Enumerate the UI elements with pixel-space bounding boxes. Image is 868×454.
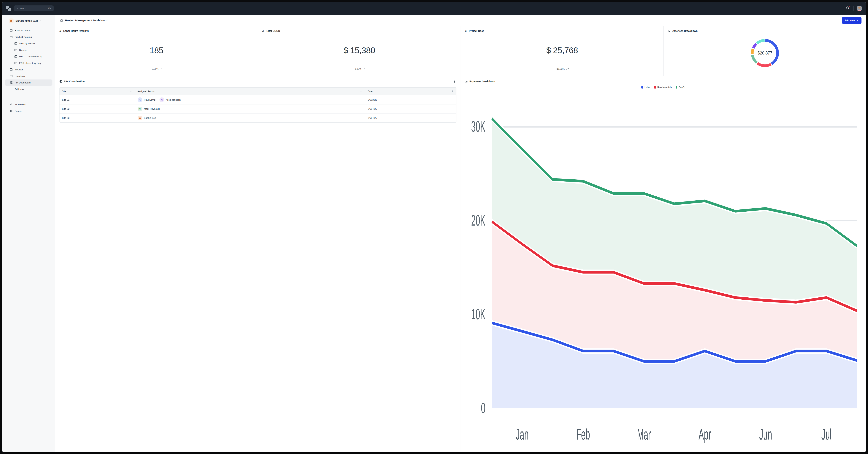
table-icon	[10, 29, 13, 32]
kpi-trend: +6.00%	[59, 67, 254, 70]
hash-icon: #	[262, 29, 265, 33]
table-row[interactable]: Site 02 MRMark Reynolds 04/04/25	[60, 104, 289, 113]
trend-up-icon	[160, 67, 162, 70]
sidebar-item-mfct-inventory-log[interactable]: MFCT - Inventory Log	[5, 53, 53, 60]
table-icon	[14, 49, 17, 51]
table-icon	[14, 42, 17, 45]
avatar: SL	[137, 116, 142, 120]
column-header-assigned-person: Assigned Person	[135, 88, 289, 95]
sidebar: D Dunder Mifflin East Sales Accounts Pro…	[2, 15, 55, 151]
app-window: Search... ⌘K D Dunder Mifflin East	[2, 2, 289, 151]
sidebar-item-sales-accounts[interactable]: Sales Accounts	[5, 27, 53, 33]
sidebar-item-product-catalog[interactable]: Product Catalog	[5, 34, 53, 40]
card-menu-button[interactable]	[250, 29, 254, 33]
sidebar-item-locations[interactable]: Locations	[5, 73, 53, 79]
table-icon	[14, 55, 17, 58]
chevron-down-icon	[40, 20, 42, 22]
sidebar-item-blends[interactable]: Blends	[5, 47, 53, 53]
kpi-card-labor-hours: # Labor Hours (weekly) 185 +6.00%	[55, 26, 258, 76]
layout-icon	[59, 80, 62, 83]
sidebar-item-sku-by-vendor[interactable]: SKU by Vendor	[5, 40, 53, 47]
kpi-value: 185	[59, 33, 254, 67]
kpi-value: $ 15,380	[262, 33, 289, 67]
app-logo-icon[interactable]	[6, 6, 11, 11]
workspace-name: Dunder Mifflin East	[16, 20, 38, 22]
zap-icon	[10, 103, 13, 106]
table-icon	[10, 35, 13, 38]
kpi-trend: +8.00%	[262, 67, 289, 70]
table-icon	[10, 68, 13, 71]
sidebar-item-workflows[interactable]: Workflows	[5, 102, 53, 108]
search-icon	[16, 7, 18, 10]
avatar: AJ	[159, 97, 164, 102]
form-icon	[10, 110, 13, 112]
table-row[interactable]: Site 03 SLSophia Lee 04/04/25	[60, 113, 289, 122]
main-header: Project Management Dashboard Add new	[55, 15, 289, 26]
avatar: PD	[137, 97, 142, 102]
sidebar-item-add-new[interactable]: Add new	[5, 86, 53, 92]
dashboard-icon	[10, 81, 13, 84]
sort-button[interactable]	[130, 90, 132, 92]
search-input[interactable]: Search... ⌘K	[13, 5, 54, 11]
plus-icon	[10, 88, 13, 90]
arrow-down-icon	[130, 90, 132, 92]
table-row[interactable]: Site 01 PDPaul David AJAlice Johnson 04/…	[60, 95, 289, 104]
sidebar-divider	[2, 96, 55, 96]
kpi-card-total-cogs: # Total COGS $ 15,380 +8.00%	[258, 26, 289, 76]
search-shortcut: ⌘K	[48, 7, 52, 10]
person-chip: PDPaul David	[137, 97, 156, 102]
search-placeholder: Search...	[20, 7, 29, 10]
sidebar-item-invoices[interactable]: Invoices	[5, 66, 53, 73]
dashboard-icon	[60, 19, 63, 22]
avatar: MR	[137, 107, 142, 111]
workspace-badge: D	[9, 19, 13, 23]
sidebar-item-forms[interactable]: Forms	[5, 108, 53, 114]
site-coordination-card: Site Coordination Site Assigned Person	[55, 76, 289, 151]
person-chip: AJAlice Johnson	[159, 97, 181, 102]
sidebar-item-ecr-inventory-log[interactable]: ECR - Inventory Log	[5, 60, 53, 66]
topbar: Search... ⌘K	[2, 2, 289, 15]
sidebar-item-pm-dashboard[interactable]: PM Dashboard	[5, 80, 53, 86]
person-chip: MRMark Reynolds	[137, 107, 160, 111]
table-icon	[14, 61, 17, 64]
hash-icon: #	[59, 29, 62, 33]
site-coordination-table: Site Assigned Person Date Site 01	[59, 87, 289, 122]
page-title: Project Management Dashboard	[65, 19, 107, 22]
table-icon	[10, 75, 13, 78]
person-chip: SLSophia Lee	[137, 116, 156, 120]
workspace-switcher[interactable]: D Dunder Mifflin East	[4, 18, 53, 24]
column-header-site: Site	[60, 88, 135, 95]
kebab-icon	[251, 30, 253, 32]
